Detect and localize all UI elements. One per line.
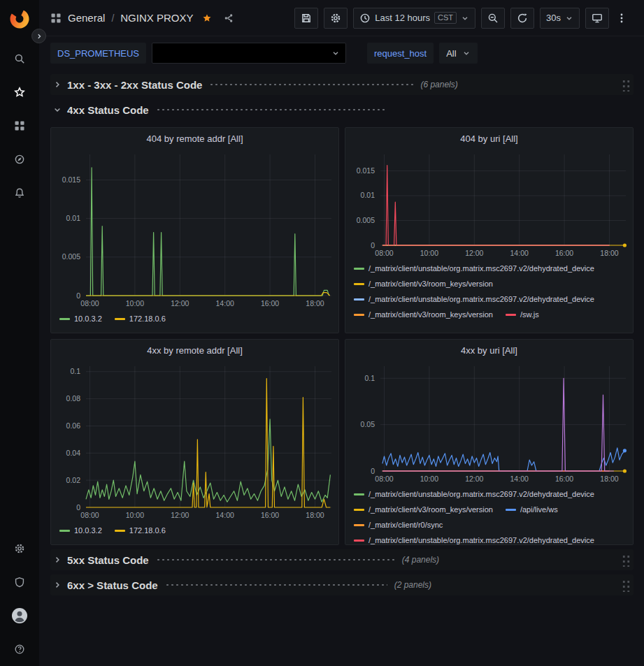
time-range-picker[interactable]: Last 12 hours CST	[353, 8, 475, 29]
row-title: 1xx - 3xx - 2xx Status Code	[67, 79, 202, 91]
toolbar: Last 12 hours CST 30s	[294, 8, 636, 29]
sidebar-item-starred[interactable]	[11, 84, 28, 101]
legend-item[interactable]: 10.0.3.2	[59, 524, 102, 537]
zoom-out-button[interactable]	[481, 8, 505, 29]
legend-item[interactable]: /_matrix/client/unstable/org.matrix.msc2…	[354, 488, 594, 500]
legend-label: /_matrix/client/v3/room_keys/version	[368, 277, 493, 290]
panel-404-by-remote-addr-all-: 404 by remote addr [All]00.0050.010.0150…	[50, 127, 339, 333]
legend-label: /_matrix/client/unstable/org.matrix.msc2…	[368, 293, 594, 305]
legend-item[interactable]: /_matrix/client/v3/room_keys/version	[354, 503, 493, 516]
legend-item[interactable]: /_matrix/client/unstable/org.matrix.msc2…	[354, 262, 594, 275]
panel-title[interactable]: 4xx by remote addr [All]	[51, 340, 338, 361]
legend-swatch	[115, 530, 125, 532]
chevron-right-icon	[53, 80, 62, 89]
more-options-button[interactable]	[615, 8, 636, 29]
panel-title[interactable]: 404 by uri [All]	[345, 128, 633, 149]
avatar	[11, 607, 28, 624]
chevron-right-icon	[53, 581, 62, 589]
legend-swatch	[59, 318, 70, 320]
panel-legend: /_matrix/client/unstable/org.matrix.msc2…	[345, 485, 633, 544]
row-1xx-3xx-2xx-status-code[interactable]: 1xx - 3xx - 2xx Status Code (6 panels)	[50, 74, 634, 95]
sidebar-item-dashboards[interactable]	[11, 117, 28, 134]
legend-item[interactable]: /_matrix/client/v3/room_keys/version	[354, 277, 493, 290]
svg-text:0.005: 0.005	[357, 216, 375, 224]
legend-swatch	[354, 268, 364, 270]
timeseries-chart[interactable]: 00.020.040.060.080.108:0010:0012:0014:00…	[55, 361, 339, 521]
legend-swatch	[354, 540, 364, 542]
sidebar-expand-button[interactable]	[31, 29, 46, 43]
svg-text:0: 0	[371, 241, 375, 249]
zoom-out-icon	[487, 13, 499, 24]
legend-item[interactable]: /sw.js	[506, 308, 539, 321]
svg-text:10:00: 10:00	[126, 511, 144, 519]
chevron-down-icon	[462, 49, 471, 57]
legend-item[interactable]: /_matrix/client/unstable/org.matrix.msc2…	[354, 293, 594, 305]
row-drag-handle[interactable]	[622, 78, 631, 92]
breadcrumb-section[interactable]: General	[68, 12, 105, 24]
panel-title[interactable]: 404 by remote addr [All]	[51, 128, 338, 149]
topbar: General / NGINX PROXY Last 12 hours CST	[39, 0, 644, 36]
legend-item[interactable]: 172.18.0.6	[115, 312, 166, 325]
sidebar-item-profile[interactable]	[11, 607, 28, 624]
legend-item[interactable]: /_matrix/client/r0/sync	[354, 519, 443, 531]
svg-text:08:00: 08:00	[375, 249, 393, 257]
svg-text:0.06: 0.06	[66, 421, 81, 430]
row-panel-count: (4 panels)	[402, 555, 439, 565]
row-dotted-leader	[156, 558, 395, 561]
refresh-button[interactable]	[510, 8, 534, 29]
tv-icon	[592, 13, 603, 24]
datasource-select[interactable]	[152, 43, 346, 64]
timeseries-chart[interactable]: 00.050.108:0010:0012:0014:0016:0018:00	[350, 361, 634, 485]
share-icon[interactable]	[224, 13, 234, 23]
variable-label-ds-prometheus[interactable]: DS_PROMETHEUS	[50, 43, 146, 64]
legend-label: /_matrix/client/unstable/org.matrix.msc2…	[368, 488, 594, 500]
dashboard-settings-button[interactable]	[324, 8, 348, 29]
favorite-star-icon[interactable]	[202, 13, 212, 23]
row-5xx-status-code[interactable]: 5xx Status Code (4 panels)	[50, 549, 634, 570]
refresh-interval-picker[interactable]: 30s	[540, 8, 580, 29]
svg-text:12:00: 12:00	[171, 299, 189, 307]
legend-label: /sw.js	[520, 308, 539, 321]
row-4xx-status-code[interactable]: 4xx Status Code	[50, 99, 634, 120]
chevron-down-icon	[331, 49, 340, 57]
legend-item[interactable]: /_matrix/client/unstable/org.matrix.msc2…	[354, 534, 594, 544]
svg-text:0.1: 0.1	[70, 367, 80, 375]
row-drag-handle[interactable]	[622, 578, 631, 592]
chart-area: 00.0050.010.01508:0010:0012:0014:0016:00…	[51, 149, 338, 310]
sidebar-item-admin[interactable]	[11, 574, 28, 591]
legend-swatch	[506, 509, 516, 511]
grafana-logo-icon[interactable]	[9, 8, 30, 29]
svg-text:0.015: 0.015	[357, 166, 375, 175]
sidebar-item-search[interactable]	[11, 50, 28, 67]
legend-item[interactable]: /api/live/ws	[506, 503, 558, 516]
dashboard-title[interactable]: NGINX PROXY	[120, 12, 193, 24]
save-dashboard-button[interactable]	[294, 8, 318, 29]
request-host-select[interactable]: All	[439, 43, 477, 64]
sidebar-item-help[interactable]	[11, 641, 28, 658]
legend-label: /api/live/ws	[520, 503, 558, 516]
svg-text:14:00: 14:00	[216, 299, 234, 307]
timeseries-chart[interactable]: 00.0050.010.01508:0010:0012:0014:0016:00…	[350, 149, 634, 259]
breadcrumb: General / NGINX PROXY	[50, 12, 234, 24]
svg-text:0.02: 0.02	[66, 476, 81, 484]
tv-mode-button[interactable]	[585, 8, 609, 29]
time-range-label: Last 12 hours	[375, 13, 430, 23]
legend-label: /_matrix/client/v3/room_keys/version	[368, 308, 493, 321]
svg-text:14:00: 14:00	[510, 249, 529, 257]
chart-area: 00.0050.010.01508:0010:0012:0014:0016:00…	[345, 149, 633, 259]
svg-text:0: 0	[76, 291, 80, 300]
panel-4xx-by-uri-all-: 4xx by uri [All]00.050.108:0010:0012:001…	[345, 339, 634, 545]
legend-item[interactable]: 172.18.0.6	[115, 524, 166, 537]
legend-item[interactable]: /_matrix/client/v3/room_keys/version	[354, 308, 493, 321]
sidebar-item-alerting[interactable]	[11, 184, 28, 201]
panel-title[interactable]: 4xx by uri [All]	[345, 340, 633, 361]
row-6xx-status-code[interactable]: 6xx > Status Code (2 panels)	[50, 574, 634, 595]
variable-label-request-host[interactable]: request_host	[367, 43, 434, 64]
svg-text:08:00: 08:00	[80, 299, 99, 307]
svg-text:0.01: 0.01	[66, 214, 81, 222]
legend-item[interactable]: 10.0.3.2	[59, 312, 102, 325]
row-drag-handle[interactable]	[622, 553, 631, 567]
sidebar-item-settings[interactable]	[11, 540, 28, 557]
sidebar-item-explore[interactable]	[11, 151, 28, 168]
timeseries-chart[interactable]: 00.0050.010.01508:0010:0012:0014:0016:00…	[55, 149, 339, 310]
